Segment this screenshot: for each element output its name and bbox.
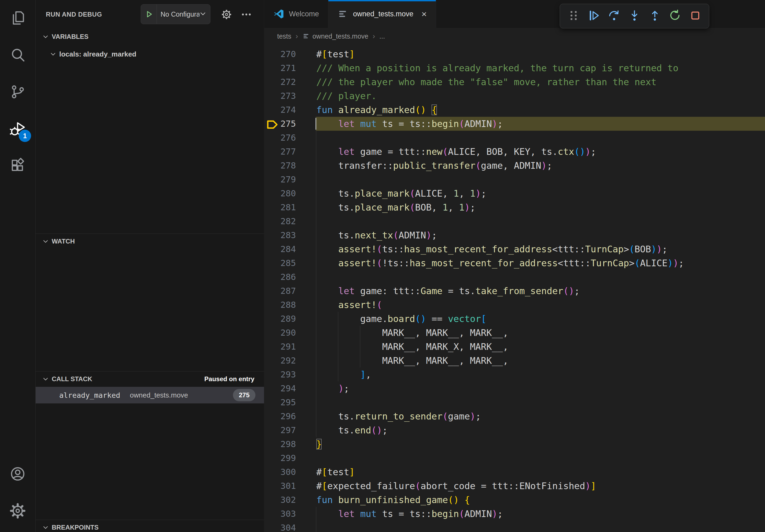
line-number[interactable]: 304 (264, 521, 296, 532)
code-line[interactable]: 277 let game = ttt::new(ALICE, BOB, KEY,… (264, 145, 765, 158)
tab-owned-tests-move[interactable]: owned_tests.move× (328, 0, 436, 28)
code-line[interactable]: 274fun already_marked() { (264, 103, 765, 117)
toolbar-drag-handle[interactable] (566, 9, 581, 23)
code-line[interactable]: 285 assert!(!ts::has_most_recent_for_add… (264, 256, 765, 270)
code-line[interactable]: 294 ); (264, 382, 765, 396)
more-actions-icon[interactable] (239, 7, 254, 22)
code-line[interactable]: 289 game.board() == vector[ (264, 312, 765, 326)
code-line[interactable]: 298} (264, 437, 765, 451)
code-line[interactable]: 271/// When a position is already marked… (264, 61, 765, 75)
line-number[interactable]: 292 (264, 354, 296, 368)
code-line[interactable]: 304 (264, 521, 765, 532)
line-number[interactable]: 282 (264, 214, 296, 228)
line-number[interactable]: 277 (264, 145, 296, 158)
code-line[interactable]: 292 MARK__, MARK__, MARK__, (264, 354, 765, 368)
activity-item-search[interactable] (0, 37, 35, 74)
breadcrumb-item[interactable]: ... (379, 32, 385, 40)
line-number[interactable]: 289 (264, 312, 296, 326)
line-number[interactable]: 278 (264, 158, 296, 172)
code-line[interactable]: 282 (264, 214, 765, 228)
call-stack-frame-row[interactable]: already_marked owned_tests.move 275 (36, 387, 264, 403)
line-number[interactable]: 284 (264, 242, 296, 256)
code-line[interactable]: 286 (264, 270, 765, 284)
code-line[interactable]: 295 (264, 396, 765, 409)
line-number[interactable]: 275 (264, 117, 296, 131)
line-number[interactable]: 288 (264, 298, 296, 312)
line-number[interactable]: 280 (264, 186, 296, 200)
code-line[interactable]: 290 MARK__, MARK__, MARK__, (264, 326, 765, 340)
close-icon[interactable]: × (421, 9, 427, 19)
code-line[interactable]: 272/// the player who made the "false" m… (264, 75, 765, 89)
debug-settings-gear-icon[interactable] (219, 7, 234, 22)
code-line[interactable]: 280 ts.place_mark(ALICE, 1, 1); (264, 186, 765, 200)
line-number[interactable]: 295 (264, 396, 296, 409)
code-line[interactable]: 278 transfer::public_transfer(game, ADMI… (264, 158, 765, 172)
line-number[interactable]: 301 (264, 479, 296, 493)
line-number[interactable]: 297 (264, 423, 296, 437)
activity-item-source-control[interactable] (0, 74, 35, 111)
line-number[interactable]: 285 (264, 256, 296, 270)
line-number[interactable]: 287 (264, 284, 296, 298)
breadcrumb-item[interactable]: tests (277, 32, 291, 40)
line-number[interactable]: 302 (264, 493, 296, 507)
debug-configuration-dropdown[interactable]: No Configura (141, 4, 211, 24)
code-line[interactable]: 293 ], (264, 368, 765, 382)
line-number[interactable]: 273 (264, 89, 296, 103)
code-line[interactable]: 287 let game: ttt::Game = ts.take_from_s… (264, 284, 765, 298)
line-number[interactable]: 291 (264, 340, 296, 354)
line-number[interactable]: 294 (264, 382, 296, 396)
breadcrumb-item[interactable]: owned_tests.move (302, 32, 368, 40)
line-number[interactable]: 296 (264, 409, 296, 423)
step-over-button[interactable] (607, 9, 621, 23)
start-debug-icon[interactable] (141, 5, 157, 24)
code-line[interactable]: 296 ts.return_to_sender(game); (264, 409, 765, 423)
code-line[interactable]: 291 MARK__, MARK_X, MARK__, (264, 340, 765, 354)
code-editor[interactable]: 270#[test]271/// When a position is alre… (264, 47, 765, 532)
code-line[interactable]: 300#[test] (264, 465, 765, 479)
line-number[interactable]: 303 (264, 507, 296, 521)
locals-scope-row[interactable]: locals: already_marked (36, 47, 264, 61)
activity-item-extensions[interactable] (0, 148, 35, 185)
line-number[interactable]: 293 (264, 368, 296, 382)
code-line[interactable]: 297 ts.end(); (264, 423, 765, 437)
code-line[interactable]: 288 assert!( (264, 298, 765, 312)
line-number[interactable]: 272 (264, 75, 296, 89)
line-number[interactable]: 274 (264, 103, 296, 117)
code-line[interactable]: 281 ts.place_mark(BOB, 1, 1); (264, 200, 765, 214)
restart-button[interactable] (668, 9, 682, 23)
code-line[interactable]: 299 (264, 451, 765, 465)
continue-button[interactable] (587, 9, 601, 23)
code-line[interactable]: 284 assert!(ts::has_most_recent_for_addr… (264, 242, 765, 256)
line-number[interactable]: 298 (264, 437, 296, 451)
line-number[interactable]: 283 (264, 228, 296, 242)
code-line[interactable]: 279 (264, 172, 765, 186)
code-line[interactable]: 283 ts.next_tx(ADMIN); (264, 228, 765, 242)
line-number[interactable]: 290 (264, 326, 296, 340)
line-number[interactable]: 270 (264, 47, 296, 61)
line-number[interactable]: 271 (264, 61, 296, 75)
code-line[interactable]: 302fun burn_unfinished_game() { (264, 493, 765, 507)
step-into-button[interactable] (627, 9, 642, 23)
line-number[interactable]: 276 (264, 131, 296, 145)
code-line[interactable]: 276 (264, 131, 765, 145)
activity-item-account[interactable] (0, 456, 35, 493)
code-line[interactable]: 301#[expected_failure(abort_code = ttt::… (264, 479, 765, 493)
line-number[interactable]: 281 (264, 200, 296, 214)
tab-welcome[interactable]: Welcome (264, 0, 328, 28)
step-out-button[interactable] (648, 9, 662, 23)
call-stack-section-header[interactable]: CALL STACK Paused on entry (36, 372, 264, 386)
line-number[interactable]: 286 (264, 270, 296, 284)
stop-button[interactable] (688, 9, 703, 23)
breakpoints-section-header[interactable]: BREAKPOINTS (36, 521, 264, 532)
code-line[interactable]: 275 let mut ts = ts::begin(ADMIN); (264, 117, 765, 131)
code-line[interactable]: 303 let mut ts = ts::begin(ADMIN); (264, 507, 765, 521)
line-number[interactable]: 299 (264, 451, 296, 465)
activity-item-settings-gear[interactable] (0, 493, 35, 530)
line-number[interactable]: 279 (264, 172, 296, 186)
variables-section-header[interactable]: VARIABLES (36, 30, 264, 43)
activity-item-files[interactable] (0, 0, 35, 37)
line-number[interactable]: 300 (264, 465, 296, 479)
code-line[interactable]: 270#[test] (264, 47, 765, 61)
activity-item-run-and-debug[interactable]: 1 (0, 111, 35, 148)
watch-section-header[interactable]: WATCH (36, 235, 264, 248)
